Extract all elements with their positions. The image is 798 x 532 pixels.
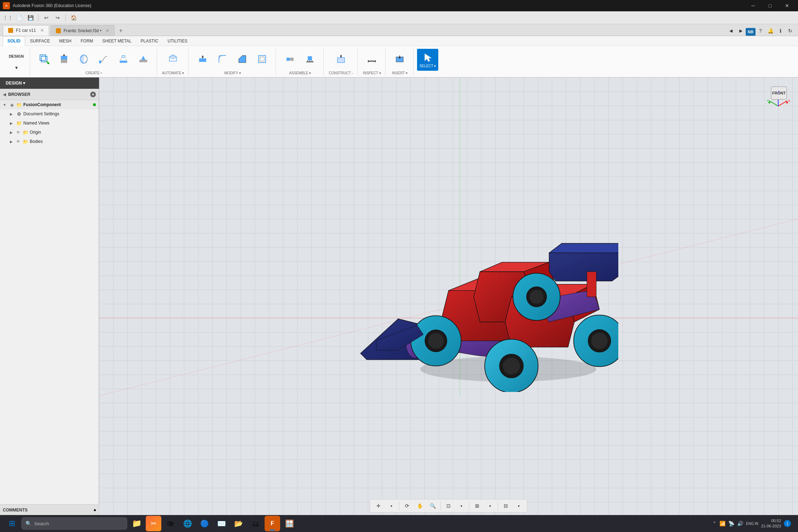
ribbon-tab-solid[interactable]: SOLID bbox=[3, 36, 25, 46]
tray-network[interactable]: 📶 bbox=[719, 521, 725, 526]
taskbar-app-files[interactable]: 📂 bbox=[231, 516, 246, 531]
save-button[interactable]: 💾 bbox=[25, 13, 35, 23]
tree-item-settings[interactable]: ▶ ⚙ Document Settings bbox=[0, 109, 99, 118]
taskbar-search[interactable]: 🔍 Search bbox=[21, 517, 127, 530]
joint-button[interactable] bbox=[281, 49, 299, 69]
file-menu-button[interactable]: 📄 bbox=[14, 13, 24, 23]
ribbon-tab-plastic[interactable]: PLASTIC bbox=[137, 36, 163, 46]
fillet-button[interactable] bbox=[213, 49, 232, 69]
tab-nav-left[interactable]: ◀ bbox=[726, 26, 736, 36]
tray-up-arrow[interactable]: ⌃ bbox=[712, 521, 717, 526]
taskbar-app-explorer[interactable]: 📁 bbox=[129, 516, 144, 531]
tab-close-f1car[interactable]: ✕ bbox=[40, 28, 44, 33]
expand-arrow-settings[interactable]: ▶ bbox=[10, 112, 15, 116]
ribbon-tab-utilities[interactable]: UTILITIES bbox=[163, 36, 192, 46]
press-pull-button[interactable] bbox=[193, 49, 212, 69]
minimize-button[interactable]: ─ bbox=[745, 0, 761, 11]
taskbar-app-chrome[interactable]: 🔵 bbox=[197, 516, 212, 531]
tray-wifi[interactable]: 📡 bbox=[728, 521, 734, 526]
expand-arrow-root[interactable]: ▼ bbox=[3, 103, 8, 107]
grid-button[interactable]: ⊞ bbox=[472, 501, 483, 511]
pan-button[interactable]: ✋ bbox=[414, 501, 426, 511]
new-component-button[interactable] bbox=[35, 49, 53, 69]
browser-settings-button[interactable]: ● bbox=[90, 92, 96, 97]
tab-user-badge[interactable]: NB bbox=[746, 28, 756, 36]
new-tab-button[interactable]: + bbox=[116, 26, 126, 36]
eye-icon-bodies[interactable]: 👁 bbox=[16, 139, 21, 144]
undo-button[interactable]: ↩ bbox=[41, 13, 51, 23]
comments-settings-button[interactable]: ● bbox=[93, 507, 96, 513]
rib-button[interactable] bbox=[134, 49, 152, 69]
automate-group-label[interactable]: AUTOMATE ▾ bbox=[162, 70, 184, 75]
view-cube-btn[interactable]: ⊟ bbox=[500, 501, 511, 511]
expand-arrow-named-views[interactable]: ▶ bbox=[10, 121, 15, 125]
display-mode-button[interactable]: ▾ bbox=[484, 501, 496, 511]
tab-nav-right[interactable]: ▶ bbox=[736, 26, 746, 36]
notifications-button[interactable]: 🔔 bbox=[765, 26, 775, 36]
select-button[interactable]: SELECT ▾ bbox=[417, 49, 438, 71]
tree-item-root[interactable]: ▼ ◆ 📁 FusionComponent bbox=[0, 100, 99, 109]
taskbar-app-edge[interactable]: 🌐 bbox=[180, 516, 195, 531]
design-dropdown-button[interactable]: DESIGN ▾ bbox=[3, 79, 28, 87]
loft-button[interactable] bbox=[114, 49, 133, 69]
insert-group-label[interactable]: INSERT ▾ bbox=[392, 70, 407, 75]
orbit-button[interactable]: ⟳ bbox=[401, 501, 413, 511]
fit-screen-button[interactable]: ⊡ bbox=[443, 501, 454, 511]
view-cube-options[interactable]: ▾ bbox=[513, 501, 524, 511]
view-cube[interactable]: FRONT Y X Z bbox=[764, 83, 792, 111]
close-button[interactable]: ✕ bbox=[779, 0, 795, 11]
taskbar-app-store[interactable]: 🛍 bbox=[163, 516, 178, 531]
maximize-button[interactable]: □ bbox=[762, 0, 778, 11]
sweep-button[interactable] bbox=[94, 49, 113, 69]
start-button[interactable]: ⊞ bbox=[4, 516, 20, 531]
taskbar-app-fusion[interactable]: F bbox=[265, 516, 280, 531]
revolve-button[interactable] bbox=[75, 49, 93, 69]
tab-f1car[interactable]: F1 car v11 ✕ bbox=[3, 25, 49, 36]
assemble-group-label[interactable]: ASSEMBLE ▾ bbox=[289, 70, 311, 75]
inspect-group-label[interactable]: INSPECT ▾ bbox=[363, 70, 381, 75]
tray-sound[interactable]: 🔊 bbox=[737, 521, 743, 526]
ribbon-tab-mesh[interactable]: MESH bbox=[55, 36, 76, 46]
browser-back-button[interactable]: ◀ bbox=[3, 92, 6, 97]
taskbar-app-windows-settings[interactable]: 🪟 bbox=[282, 516, 297, 531]
system-clock[interactable]: 00:52 21-06-2023 bbox=[761, 518, 781, 529]
tree-item-named-views[interactable]: ▶ 📁 Named Views bbox=[0, 118, 99, 128]
info-button[interactable]: ℹ bbox=[775, 26, 785, 36]
construct-group-label[interactable]: CONSTRUCT - bbox=[329, 70, 353, 75]
modify-group-label[interactable]: MODIFY ▾ bbox=[224, 70, 241, 75]
tab-close-frantic[interactable]: ✕ bbox=[106, 28, 109, 33]
redo-button[interactable]: ↪ bbox=[53, 13, 63, 23]
insert-button[interactable] bbox=[391, 49, 409, 69]
design-workspace-button[interactable]: DESIGN ▾ bbox=[7, 48, 25, 73]
tree-item-origin[interactable]: ▶ 👁 📁 Origin bbox=[0, 128, 99, 137]
help-button[interactable]: ? bbox=[756, 26, 765, 36]
refresh-button[interactable]: ↻ bbox=[785, 26, 795, 36]
chamfer-button[interactable] bbox=[233, 49, 251, 69]
expand-arrow-bodies[interactable]: ▶ bbox=[10, 140, 15, 144]
snap-settings-button[interactable]: ▾ bbox=[386, 501, 397, 511]
ribbon-tab-sheetmetal[interactable]: SHEET METAL bbox=[98, 36, 135, 46]
measure-button[interactable] bbox=[363, 49, 381, 69]
view-options-button[interactable]: ▾ bbox=[456, 501, 467, 511]
taskbar-app-snip[interactable]: ✂ bbox=[146, 516, 161, 531]
shell-button[interactable] bbox=[253, 49, 271, 69]
grid-menu-button[interactable]: ⋮⋮ bbox=[3, 13, 13, 23]
zoom-button[interactable]: 🔍 bbox=[427, 501, 438, 511]
home-button[interactable]: 🏠 bbox=[69, 13, 79, 23]
offset-plane-button[interactable] bbox=[332, 49, 350, 69]
taskbar-app-mail[interactable]: ✉️ bbox=[214, 516, 229, 531]
ribbon-tab-surface[interactable]: SURFACE bbox=[26, 36, 54, 46]
create-group-label[interactable]: CREATE ▾ bbox=[86, 70, 102, 75]
extrude-button[interactable] bbox=[55, 49, 73, 69]
automate-button[interactable] bbox=[164, 48, 182, 69]
move-tool-button[interactable]: ✛ bbox=[373, 501, 384, 511]
taskbar-app-files2[interactable]: 🗂 bbox=[248, 516, 263, 531]
expand-arrow-origin[interactable]: ▶ bbox=[10, 131, 15, 134]
tree-item-bodies[interactable]: ▶ 👁 📁 Bodies bbox=[0, 137, 99, 146]
tray-lang[interactable]: ENG IN bbox=[746, 522, 758, 526]
ribbon-tab-form[interactable]: FORM bbox=[76, 36, 97, 46]
viewport[interactable]: FRONT Y X Z ✛ ▾ ⟳ ✋ 🔍 ⊡ ▾ ⊞ ▾ ⊟ ▾ bbox=[99, 77, 798, 515]
tab-frantic[interactable]: Frantic Snicket.f3d • ✕ bbox=[51, 25, 115, 36]
notification-badge[interactable]: 1 bbox=[784, 520, 791, 527]
ground-button[interactable] bbox=[301, 49, 319, 69]
